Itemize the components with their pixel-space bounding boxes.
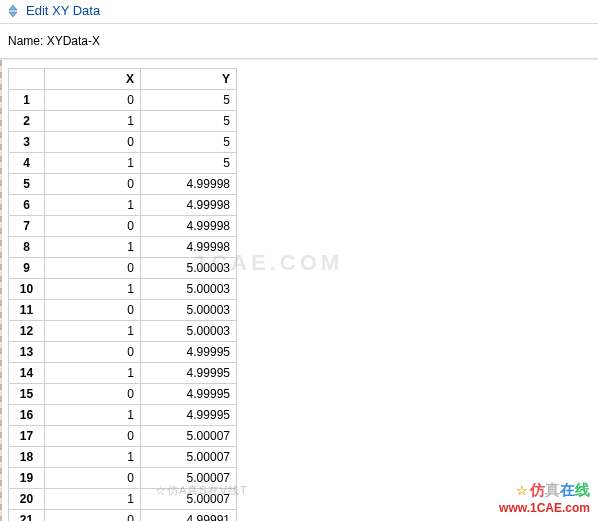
row-number[interactable]: 6 bbox=[9, 195, 45, 216]
row-number[interactable]: 11 bbox=[9, 300, 45, 321]
cell-x[interactable]: 1 bbox=[45, 321, 141, 342]
table-header-row: X Y bbox=[9, 69, 237, 90]
cell-y[interactable]: 4.99995 bbox=[141, 363, 237, 384]
row-number[interactable]: 19 bbox=[9, 468, 45, 489]
row-number[interactable]: 7 bbox=[9, 216, 45, 237]
cell-x[interactable]: 0 bbox=[45, 342, 141, 363]
cell-x[interactable]: 0 bbox=[45, 90, 141, 111]
table-row[interactable]: 105 bbox=[9, 90, 237, 111]
cell-x[interactable]: 0 bbox=[45, 132, 141, 153]
table-row[interactable]: 1414.99995 bbox=[9, 363, 237, 384]
cell-y[interactable]: 4.99998 bbox=[141, 174, 237, 195]
cell-x[interactable]: 1 bbox=[45, 237, 141, 258]
table-row[interactable]: 1614.99995 bbox=[9, 405, 237, 426]
cell-y[interactable]: 5 bbox=[141, 111, 237, 132]
table-row[interactable]: 1015.00003 bbox=[9, 279, 237, 300]
titlebar: Edit XY Data bbox=[0, 0, 598, 23]
cell-y[interactable]: 4.99991 bbox=[141, 510, 237, 522]
cell-x[interactable]: 1 bbox=[45, 405, 141, 426]
cell-x[interactable]: 0 bbox=[45, 468, 141, 489]
cell-x[interactable]: 0 bbox=[45, 216, 141, 237]
cell-y[interactable]: 4.99995 bbox=[141, 405, 237, 426]
xy-data-table[interactable]: X Y 105215305415504.99998614.99998704.99… bbox=[8, 68, 237, 521]
cell-x[interactable]: 0 bbox=[45, 258, 141, 279]
row-number[interactable]: 16 bbox=[9, 405, 45, 426]
cell-y[interactable]: 4.99998 bbox=[141, 237, 237, 258]
cell-y[interactable]: 5.00003 bbox=[141, 258, 237, 279]
table-row[interactable]: 704.99998 bbox=[9, 216, 237, 237]
row-number[interactable]: 20 bbox=[9, 489, 45, 510]
row-number[interactable]: 14 bbox=[9, 363, 45, 384]
header-x[interactable]: X bbox=[45, 69, 141, 90]
table-row[interactable]: 1105.00003 bbox=[9, 300, 237, 321]
cell-y[interactable]: 5.00003 bbox=[141, 300, 237, 321]
cell-x[interactable]: 1 bbox=[45, 279, 141, 300]
cell-x[interactable]: 1 bbox=[45, 195, 141, 216]
row-number[interactable]: 5 bbox=[9, 174, 45, 195]
cell-x[interactable]: 0 bbox=[45, 384, 141, 405]
cell-y[interactable]: 4.99995 bbox=[141, 342, 237, 363]
row-number[interactable]: 4 bbox=[9, 153, 45, 174]
table-row[interactable]: 905.00003 bbox=[9, 258, 237, 279]
name-value[interactable]: XYData-X bbox=[47, 34, 100, 48]
cell-x[interactable]: 0 bbox=[45, 510, 141, 522]
row-number[interactable]: 10 bbox=[9, 279, 45, 300]
table-row[interactable]: 1705.00007 bbox=[9, 426, 237, 447]
cell-y[interactable]: 5.00003 bbox=[141, 321, 237, 342]
header-y[interactable]: Y bbox=[141, 69, 237, 90]
cell-y[interactable]: 4.99998 bbox=[141, 195, 237, 216]
row-number[interactable]: 12 bbox=[9, 321, 45, 342]
cell-y[interactable]: 5.00007 bbox=[141, 489, 237, 510]
table-row[interactable]: 1905.00007 bbox=[9, 468, 237, 489]
name-bar: Name: XYData-X bbox=[0, 24, 598, 59]
table-row[interactable]: 1815.00007 bbox=[9, 447, 237, 468]
table-row[interactable]: 2104.99991 bbox=[9, 510, 237, 522]
cell-y[interactable]: 5.00007 bbox=[141, 447, 237, 468]
row-number[interactable]: 21 bbox=[9, 510, 45, 522]
row-number[interactable]: 8 bbox=[9, 237, 45, 258]
svg-marker-1 bbox=[9, 12, 17, 17]
row-number[interactable]: 3 bbox=[9, 132, 45, 153]
xy-data-table-wrap: X Y 105215305415504.99998614.99998704.99… bbox=[0, 60, 598, 521]
cell-x[interactable]: 1 bbox=[45, 153, 141, 174]
row-number[interactable]: 13 bbox=[9, 342, 45, 363]
svg-marker-0 bbox=[9, 5, 17, 10]
header-rownum bbox=[9, 69, 45, 90]
table-row[interactable]: 415 bbox=[9, 153, 237, 174]
cell-x[interactable]: 1 bbox=[45, 111, 141, 132]
name-label: Name: bbox=[8, 34, 43, 48]
window-title: Edit XY Data bbox=[26, 3, 100, 18]
table-row[interactable]: 1304.99995 bbox=[9, 342, 237, 363]
table-row[interactable]: 1504.99995 bbox=[9, 384, 237, 405]
window-edge-decoration bbox=[0, 60, 2, 521]
cell-y[interactable]: 5.00007 bbox=[141, 468, 237, 489]
arrows-icon bbox=[6, 4, 20, 18]
cell-x[interactable]: 1 bbox=[45, 489, 141, 510]
table-row[interactable]: 814.99998 bbox=[9, 237, 237, 258]
cell-y[interactable]: 5.00007 bbox=[141, 426, 237, 447]
cell-y[interactable]: 5.00003 bbox=[141, 279, 237, 300]
cell-y[interactable]: 5 bbox=[141, 90, 237, 111]
table-row[interactable]: 2015.00007 bbox=[9, 489, 237, 510]
cell-x[interactable]: 1 bbox=[45, 447, 141, 468]
cell-x[interactable]: 0 bbox=[45, 174, 141, 195]
row-number[interactable]: 9 bbox=[9, 258, 45, 279]
row-number[interactable]: 17 bbox=[9, 426, 45, 447]
row-number[interactable]: 1 bbox=[9, 90, 45, 111]
table-row[interactable]: 305 bbox=[9, 132, 237, 153]
cell-y[interactable]: 4.99998 bbox=[141, 216, 237, 237]
table-row[interactable]: 1215.00003 bbox=[9, 321, 237, 342]
table-row[interactable]: 215 bbox=[9, 111, 237, 132]
table-row[interactable]: 504.99998 bbox=[9, 174, 237, 195]
cell-x[interactable]: 0 bbox=[45, 300, 141, 321]
row-number[interactable]: 18 bbox=[9, 447, 45, 468]
cell-y[interactable]: 5 bbox=[141, 132, 237, 153]
row-number[interactable]: 2 bbox=[9, 111, 45, 132]
cell-x[interactable]: 0 bbox=[45, 426, 141, 447]
row-number[interactable]: 15 bbox=[9, 384, 45, 405]
table-row[interactable]: 614.99998 bbox=[9, 195, 237, 216]
cell-y[interactable]: 4.99995 bbox=[141, 384, 237, 405]
cell-y[interactable]: 5 bbox=[141, 153, 237, 174]
cell-x[interactable]: 1 bbox=[45, 363, 141, 384]
